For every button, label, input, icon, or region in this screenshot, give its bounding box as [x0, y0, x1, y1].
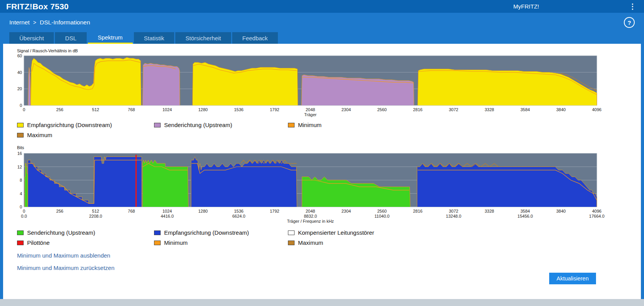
svg-text:0: 0	[23, 107, 25, 112]
svg-text:60: 60	[17, 53, 22, 58]
svg-text:1792: 1792	[270, 107, 279, 112]
svg-text:6624.0: 6624.0	[232, 214, 245, 218]
svg-text:1280: 1280	[198, 209, 207, 213]
upstream-swatch	[154, 123, 161, 127]
svg-text:1280: 1280	[198, 107, 207, 112]
svg-text:256: 256	[56, 209, 63, 213]
tab-spektrum[interactable]: Spektrum	[88, 32, 133, 44]
chart-actions: Minimum und Maximum ausblenden Minimum u…	[17, 252, 632, 271]
kebab-menu-icon[interactable]: ⋮	[627, 2, 638, 11]
myfritz-link[interactable]: MyFRITZ!	[513, 3, 539, 10]
svg-text:15456.0: 15456.0	[517, 214, 533, 218]
svg-text:Träger / Frequenz in kHz: Träger / Frequenz in kHz	[287, 219, 334, 223]
legend-item-pilottoene: Pilottöne	[17, 239, 154, 246]
svg-text:2560: 2560	[377, 209, 387, 213]
breadcrumb-page: DSL-Informationen	[40, 19, 90, 26]
svg-text:8832.0: 8832.0	[304, 214, 317, 218]
svg-text:Träger: Träger	[304, 112, 317, 117]
bits-chart-title: Bits	[17, 145, 632, 150]
downstream-swatch	[154, 230, 161, 235]
svg-text:3328: 3328	[485, 107, 494, 112]
maximum-swatch	[17, 133, 24, 138]
svg-text:3072: 3072	[449, 209, 458, 213]
svg-text:3840: 3840	[556, 209, 565, 213]
tab-bar: Übersicht DSL Spektrum Statistik Störsic…	[0, 32, 644, 44]
svg-text:0: 0	[20, 205, 22, 209]
app-title: FRITZ!Box 7530	[6, 2, 69, 11]
downstream-swatch	[17, 123, 24, 127]
button-row: Aktualisieren	[12, 273, 632, 299]
refresh-button[interactable]: Aktualisieren	[549, 273, 596, 284]
tab-uebersicht[interactable]: Übersicht	[9, 32, 54, 44]
svg-text:12: 12	[17, 165, 22, 169]
upstream-swatch	[17, 230, 24, 235]
svg-text:16: 16	[17, 151, 22, 156]
legend-label: Minimum	[298, 122, 322, 128]
minimum-swatch	[288, 123, 295, 127]
svg-text:1536: 1536	[234, 209, 243, 213]
tab-feedback[interactable]: Feedback	[232, 32, 278, 44]
reset-minmax-link[interactable]: Minimum und Maximum zurücksetzen	[17, 265, 632, 271]
app-header: FRITZ!Box 7530 MyFRITZ! ⋮	[0, 0, 644, 13]
svg-text:512: 512	[92, 107, 99, 112]
svg-text:1792: 1792	[270, 209, 279, 213]
legend-item-maximum: Maximum	[17, 132, 154, 138]
tab-stoersicherheit[interactable]: Störsicherheit	[175, 32, 231, 44]
legend-label: Empfangsrichtung (Downstream)	[27, 122, 112, 128]
legend-label: Empfangsrichtung (Downstream)	[164, 229, 249, 236]
help-icon[interactable]: ?	[624, 17, 635, 28]
legend-item-minimum: Minimum	[288, 122, 632, 128]
svg-text:1536: 1536	[234, 107, 243, 112]
svg-text:256: 256	[56, 107, 63, 112]
bits-chart: 0481216025651276810241280153617922048230…	[12, 150, 608, 226]
legend-label: Senderichtung (Upstream)	[27, 229, 95, 236]
svg-text:1024: 1024	[163, 209, 172, 213]
svg-text:3072: 3072	[449, 107, 458, 112]
snr-chart: 0204060025651276810241280153617922048230…	[12, 53, 608, 119]
header-right: MyFRITZ! ⋮	[513, 2, 638, 11]
svg-text:768: 768	[128, 209, 135, 213]
pilottoene-swatch	[17, 241, 24, 245]
legend-label: Senderichtung (Upstream)	[164, 122, 232, 128]
breadcrumb-section[interactable]: Internet	[9, 19, 30, 26]
svg-text:3584: 3584	[521, 209, 530, 213]
legend-item-maximum: Maximum	[288, 239, 632, 246]
svg-text:8: 8	[20, 178, 22, 182]
svg-text:2304: 2304	[341, 209, 351, 213]
minimum-swatch	[154, 241, 161, 245]
svg-text:2048: 2048	[306, 107, 315, 112]
svg-text:4416.0: 4416.0	[161, 214, 174, 218]
svg-text:2304: 2304	[341, 107, 351, 112]
svg-text:2816: 2816	[413, 209, 422, 213]
svg-text:3584: 3584	[521, 107, 530, 112]
tab-dsl[interactable]: DSL	[55, 32, 86, 44]
bits-legend: Senderichtung (Upstream) Empfangsrichtun…	[17, 229, 632, 246]
legend-item-downstream: Empfangsrichtung (Downstream)	[154, 229, 288, 236]
svg-text:0: 0	[20, 103, 22, 108]
svg-text:13248.0: 13248.0	[446, 214, 461, 218]
content-card: Signal / Rausch-Verhältnis in dB 0204060…	[3, 44, 641, 299]
svg-text:40: 40	[17, 70, 22, 75]
legend-item-downstream: Empfangsrichtung (Downstream)	[17, 122, 154, 128]
legend-item-upstream: Senderichtung (Upstream)	[154, 122, 288, 128]
snr-chart-title: Signal / Rausch-Verhältnis in dB	[17, 48, 632, 53]
svg-text:3840: 3840	[556, 107, 565, 112]
svg-text:2560: 2560	[377, 107, 387, 112]
breadcrumb-separator-icon: >	[33, 19, 36, 26]
legend-item-minimum: Minimum	[154, 239, 288, 246]
maximum-swatch	[288, 241, 295, 245]
fritzbox-window: FRITZ!Box 7530 MyFRITZ! ⋮ Internet > DSL…	[0, 0, 644, 306]
svg-text:2208.0: 2208.0	[89, 214, 102, 218]
svg-text:20: 20	[17, 86, 22, 91]
svg-text:17664.0: 17664.0	[589, 214, 605, 218]
hide-minmax-link[interactable]: Minimum und Maximum ausblenden	[17, 252, 632, 259]
breadcrumb-bar: Internet > DSL-Informationen ?	[0, 13, 644, 32]
tab-statistik[interactable]: Statistik	[134, 32, 175, 44]
svg-text:512: 512	[92, 209, 99, 213]
svg-text:1024: 1024	[163, 107, 172, 112]
svg-text:3328: 3328	[485, 209, 494, 213]
svg-text:768: 768	[128, 107, 135, 112]
breadcrumb: Internet > DSL-Informationen	[9, 19, 90, 26]
svg-text:2048: 2048	[306, 209, 315, 213]
svg-text:4096: 4096	[592, 209, 601, 213]
